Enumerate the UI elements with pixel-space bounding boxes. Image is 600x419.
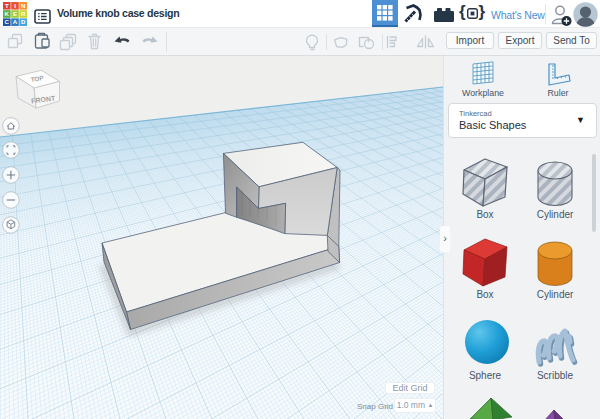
svg-text:T: T (5, 2, 9, 9)
svg-text:A: A (13, 18, 18, 25)
svg-text:R: R (21, 10, 26, 17)
svg-text:N: N (21, 2, 26, 9)
svg-text:C: C (5, 18, 10, 25)
svg-text:D: D (21, 18, 26, 25)
svg-text:I: I (14, 2, 16, 9)
svg-text:E: E (13, 10, 17, 17)
svg-text:K: K (5, 10, 10, 17)
